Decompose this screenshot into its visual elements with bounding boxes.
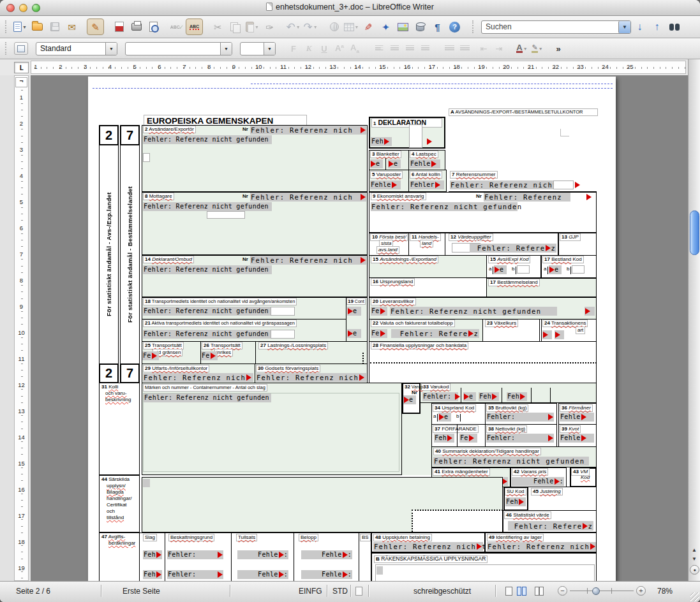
copy-number-2b: 2 bbox=[99, 363, 119, 383]
scroll-up-button[interactable]: ▲ bbox=[689, 545, 699, 554]
toolbar-drag-handle[interactable] bbox=[472, 20, 475, 33]
hyperlink-button[interactable] bbox=[325, 18, 343, 35]
box-42-label: 42 Varans pris bbox=[512, 468, 548, 476]
zoom-in-button[interactable]: + bbox=[636, 586, 646, 596]
insert-table-button[interactable]: ▼ bbox=[343, 18, 360, 35]
highlight-button[interactable]: ✎▼ bbox=[530, 41, 545, 56]
navigator-button[interactable]: ✦ bbox=[377, 18, 394, 35]
find-replace-button[interactable] bbox=[666, 18, 683, 35]
underline-button[interactable]: U bbox=[316, 41, 332, 56]
redo-button[interactable]: ↷▼ bbox=[302, 18, 319, 35]
overflow-arrow-icon bbox=[348, 308, 353, 314]
page-indicator[interactable]: Seite 2 / 6 bbox=[16, 587, 50, 596]
paragraph-style-select[interactable]: Standard ▼ bbox=[36, 42, 117, 55]
overflow-arrow-icon bbox=[555, 478, 560, 485]
gallery-button[interactable] bbox=[394, 18, 412, 35]
pilcrow-icon: ¶ bbox=[435, 22, 440, 32]
decrease-indent-button[interactable]: ⇤ bbox=[476, 41, 491, 56]
copy-button[interactable] bbox=[227, 18, 244, 35]
divider bbox=[457, 424, 458, 447]
clone-formatting-button[interactable]: ✑ bbox=[261, 18, 278, 35]
save-button[interactable] bbox=[46, 18, 63, 35]
print-preview-button[interactable] bbox=[145, 18, 162, 35]
align-right-button[interactable] bbox=[402, 41, 417, 56]
document-canvas[interactable]: ¬ 12345678910111213141516171819 EUROPEIS… bbox=[0, 75, 688, 581]
cut-button[interactable]: ✂ bbox=[209, 18, 227, 35]
book-view-button[interactable] bbox=[535, 587, 539, 596]
zoom-slider-track[interactable] bbox=[570, 591, 634, 591]
email-button[interactable]: ✉ bbox=[63, 18, 80, 35]
justify-button[interactable] bbox=[417, 41, 433, 56]
formatting-marks-button[interactable]: ¶ bbox=[429, 18, 446, 35]
chevron-down-icon[interactable]: ▼ bbox=[264, 43, 275, 55]
font-color-button[interactable]: A▼ bbox=[514, 41, 530, 56]
arrow-down-icon: ↓ bbox=[637, 21, 643, 33]
book-view-button-2[interactable] bbox=[539, 587, 544, 596]
find-previous-button[interactable]: ↑ bbox=[648, 18, 666, 35]
resize-grip[interactable] bbox=[690, 592, 699, 601]
ruler-number: 22 bbox=[551, 63, 560, 70]
box-11-label-2: land bbox=[420, 240, 433, 247]
page-style-indicator[interactable]: Erste Seite bbox=[123, 587, 160, 596]
toolbar-drag-handle[interactable] bbox=[5, 42, 8, 55]
align-center-icon bbox=[391, 45, 399, 52]
chevron-down-icon[interactable]: ▼ bbox=[220, 43, 232, 55]
data-sources-button[interactable] bbox=[412, 18, 429, 35]
align-left-button[interactable] bbox=[371, 41, 387, 56]
increase-indent-button[interactable]: ⇥ bbox=[491, 41, 507, 56]
zoom-out-button[interactable]: − bbox=[558, 586, 567, 596]
readonly-indicator[interactable]: schreibgeschützt bbox=[413, 587, 471, 596]
font-size-select[interactable]: ▼ bbox=[240, 42, 276, 55]
subscript-button[interactable]: Aa bbox=[347, 41, 362, 56]
toolbar-drag-handle[interactable] bbox=[5, 20, 8, 33]
dashed-boundary bbox=[412, 510, 413, 532]
box-31-label-2: och varu- bbox=[104, 390, 128, 397]
document-page[interactable]: EUROPEISKA GEMENSKAPEN A AVSÄNDNINGS-/EX… bbox=[88, 77, 616, 581]
find-next-button[interactable]: ↓ bbox=[631, 18, 648, 35]
overflow-arrow-icon bbox=[389, 161, 394, 167]
align-center-button[interactable] bbox=[387, 41, 402, 56]
edit-mode-button[interactable]: ✎ bbox=[87, 18, 104, 35]
undo-button[interactable]: ↶▼ bbox=[285, 18, 302, 35]
bold-button[interactable]: F bbox=[286, 41, 301, 56]
zoom-level[interactable]: 78% bbox=[657, 587, 673, 596]
superscript-button[interactable]: Aa bbox=[332, 41, 347, 56]
print-button[interactable] bbox=[128, 18, 145, 35]
scrollbar-thumb[interactable] bbox=[690, 210, 699, 255]
scroll-down-button[interactable]: ▼ bbox=[689, 554, 699, 563]
overflow-arrow-icon bbox=[361, 257, 366, 263]
multi-page-view-button-2[interactable] bbox=[522, 587, 526, 596]
italic-button[interactable]: K bbox=[301, 41, 316, 56]
box-su-label: SU Kod bbox=[505, 488, 526, 496]
align-right-icon bbox=[406, 45, 414, 52]
export-pdf-button[interactable] bbox=[110, 18, 128, 35]
chevron-down-icon[interactable]: ▼ bbox=[105, 43, 117, 55]
horizontal-ruler[interactable]: 1234567891011121314151617181920212223242… bbox=[31, 61, 686, 74]
vertical-scrollbar[interactable]: ▲ ▼ ● bbox=[688, 59, 700, 581]
help-button[interactable]: ? bbox=[446, 18, 463, 35]
new-document-button[interactable]: ▼ bbox=[11, 18, 29, 35]
font-name-select[interactable]: ▼ bbox=[125, 42, 232, 55]
open-button[interactable] bbox=[29, 18, 46, 35]
title-bar[interactable]: enhetsdokument_3+.doc – LibreOffice Writ… bbox=[0, 0, 700, 16]
multi-page-view-button[interactable] bbox=[517, 587, 521, 596]
zoom-slider-thumb[interactable] bbox=[592, 587, 600, 595]
numbered-list-button[interactable] bbox=[442, 41, 457, 56]
styles-button[interactable] bbox=[14, 42, 28, 55]
vertical-ruler[interactable]: ¬ 12345678910111213141516171819 bbox=[14, 75, 29, 581]
auto-spellcheck-button[interactable]: ABC bbox=[186, 18, 203, 35]
navigate-by-button[interactable]: ● bbox=[690, 565, 699, 575]
ruler-number: 15 bbox=[378, 63, 387, 70]
bullet-list-button[interactable] bbox=[457, 41, 472, 56]
paste-button[interactable]: ▼ bbox=[244, 18, 261, 35]
search-input[interactable]: Suchen ▼ bbox=[481, 20, 631, 34]
save-status-icon[interactable] bbox=[355, 587, 362, 596]
draw-functions-button[interactable]: ✎ bbox=[360, 18, 377, 35]
tab-stop-selector[interactable]: L bbox=[14, 62, 29, 73]
search-dropdown-button[interactable]: ▼ bbox=[618, 21, 630, 33]
selection-mode-indicator[interactable]: STD bbox=[332, 587, 348, 596]
toolbar-overflow-button[interactable]: » bbox=[551, 41, 566, 56]
single-page-view-button[interactable] bbox=[505, 587, 512, 596]
insert-mode-indicator[interactable]: EINFG bbox=[299, 587, 322, 596]
spelling-button[interactable]: ABC✓ bbox=[168, 18, 186, 35]
